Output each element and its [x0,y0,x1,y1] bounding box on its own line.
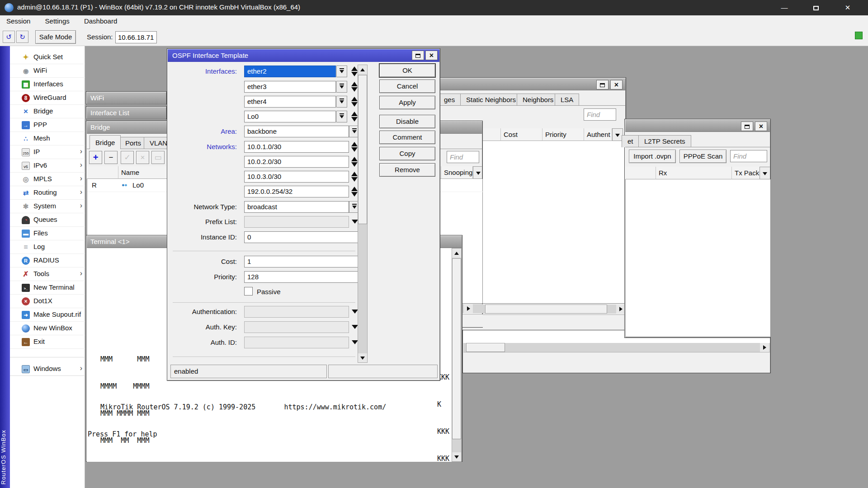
dropdown-icon[interactable] [352,325,358,330]
redo-icon[interactable] [16,31,28,43]
sidebar-item-interfaces[interactable]: Interfaces [10,78,85,91]
terminal-vscrollbar[interactable] [452,248,462,462]
sidebar-item-radius[interactable]: RADIUS [10,254,85,267]
enable-icon[interactable]: ✓ [121,151,134,164]
copy-button[interactable]: Copy [379,147,435,160]
interface-list-hscrollbar[interactable] [463,343,770,352]
sidebar-item-system[interactable]: System [10,200,85,213]
cost-input[interactable]: 1 [244,256,359,267]
dialog-vscrollbar[interactable] [358,65,368,363]
close-button[interactable] [835,0,861,15]
interfaces-input-3[interactable]: ether4 [244,96,336,108]
scroll-right-icon[interactable] [464,304,473,313]
dropdown-icon[interactable] [336,66,347,77]
tab-lsa[interactable]: LSA [555,94,579,106]
menu-session[interactable]: Session [0,15,37,28]
close-icon[interactable] [610,80,623,89]
sidebar-item-ipv6[interactable]: IPv6 [10,159,85,173]
dropdown-icon[interactable] [352,340,358,346]
comment-button[interactable]: Comment [379,131,435,144]
interfaces-input-4[interactable]: Lo0 [244,111,336,122]
prefix-list-input[interactable] [244,216,349,228]
dropdown-icon[interactable] [336,96,347,108]
scroll-down-icon[interactable] [452,452,461,461]
scroll-right-icon[interactable] [616,305,625,314]
column-flags[interactable] [87,166,118,179]
auth-key-input[interactable] [244,321,349,333]
networks-input-3[interactable]: 10.0.3.0/30 [244,171,349,183]
disable-button[interactable]: Disable [379,115,435,128]
auth-id-input[interactable] [244,337,349,348]
interface-list-window[interactable]: Interface List [86,106,167,119]
hscroll-thumb[interactable] [466,343,505,352]
tab-area-ranges-fragment[interactable]: ges [438,94,461,106]
sidebar-item-routing[interactable]: Routing [10,186,85,200]
tab-neighbors[interactable]: Neighbors [517,94,559,106]
networks-input-4[interactable]: 192.0.0.254/32 [244,186,349,197]
sidebar-item-new-winbox[interactable]: New WinBox [10,322,85,335]
sidebar-item-make-supout[interactable]: Make Supout.rif [10,308,85,322]
undo-icon[interactable] [3,31,15,43]
column-authentication[interactable]: Authent [584,128,612,141]
ppp-find-input[interactable] [730,150,767,162]
sidebar-item-mpls[interactable]: MPLS [10,173,85,186]
dropdown-icon[interactable] [352,220,358,225]
sidebar-item-files[interactable]: Files [10,227,85,240]
dropdown-icon[interactable] [352,310,358,315]
dropdown-icon[interactable] [336,81,347,93]
priority-input[interactable]: 128 [244,271,359,283]
maximize-icon[interactable] [741,122,753,131]
sidebar-item-exit[interactable]: Exit [10,335,85,349]
cancel-button[interactable]: Cancel [379,80,435,93]
sidebar-item-new-terminal[interactable]: New Terminal [10,281,85,295]
scroll-down-icon[interactable] [358,353,367,362]
menu-settings[interactable]: Settings [39,15,76,28]
interface-list-window-title[interactable]: Interface List [87,107,166,119]
sidebar-item-quick-set[interactable]: Quick Set [10,51,85,64]
area-input[interactable]: backbone [244,126,349,137]
networks-input-1[interactable]: 10.0.1.0/30 [244,141,349,153]
bridge-find-input[interactable] [447,151,479,163]
column-selector-icon[interactable] [760,167,770,179]
ppp-list-area[interactable] [625,179,771,337]
column-selector-icon[interactable] [473,166,482,179]
hscroll-thumb[interactable] [485,305,607,314]
ok-button[interactable]: OK [379,64,435,77]
authentication-input[interactable] [244,306,349,318]
maximize-icon[interactable] [596,80,609,89]
close-icon[interactable] [755,122,767,131]
sidebar-item-ip[interactable]: IP [10,145,85,159]
menu-dashboard[interactable]: Dashboard [78,15,123,28]
sidebar-item-log[interactable]: Log [10,240,85,254]
maximize-button[interactable] [803,0,829,15]
column-priority[interactable]: Priority [542,128,584,141]
column-tx-packet[interactable]: Tx Pack [732,167,760,179]
sidebar-item-windows[interactable]: Windows [10,362,85,376]
wifi-window-title[interactable]: WiFi [87,92,166,104]
ppp-window-title[interactable] [625,120,770,132]
scroll-up-icon[interactable] [358,65,367,74]
sidebar-item-tools[interactable]: Tools [10,267,85,281]
networks-input-2[interactable]: 10.0.2.0/30 [244,156,349,168]
column-dhcp-snooping[interactable]: Snooping [441,166,473,179]
tab-l2tp-secrets[interactable]: L2TP Secrets [638,135,691,147]
sidebar-item-ppp[interactable]: PPP [10,118,85,132]
vscroll-thumb[interactable] [358,75,367,224]
column-rx[interactable]: Rx [656,167,732,179]
ospf-find-input[interactable] [584,108,616,121]
sidebar-item-bridge[interactable]: Bridge [10,105,85,118]
instance-id-input[interactable]: 0 [244,231,359,243]
tab-bridge[interactable]: Bridge [90,135,121,149]
sidebar-item-queues[interactable]: Queues [10,213,85,227]
network-type-input[interactable]: broadcast [244,201,349,213]
close-icon[interactable] [425,51,438,60]
import-ovpn-button[interactable]: Import .ovpn [629,150,676,163]
dropdown-icon[interactable] [336,111,347,122]
sidebar-item-mesh[interactable]: Mesh [10,132,85,145]
ospf-interface-template-dialog[interactable]: OSPF Interface Template Interfaces: ethe… [167,48,440,381]
tab-ports[interactable]: Ports [119,137,147,149]
remove-button[interactable]: Remove [379,163,435,177]
ppp-window[interactable]: et L2TP Secrets Import .ovpn PPPoE Scan … [624,119,771,338]
dialog-title-bar[interactable]: OSPF Interface Template [168,49,439,62]
passive-checkbox[interactable] [244,287,253,296]
